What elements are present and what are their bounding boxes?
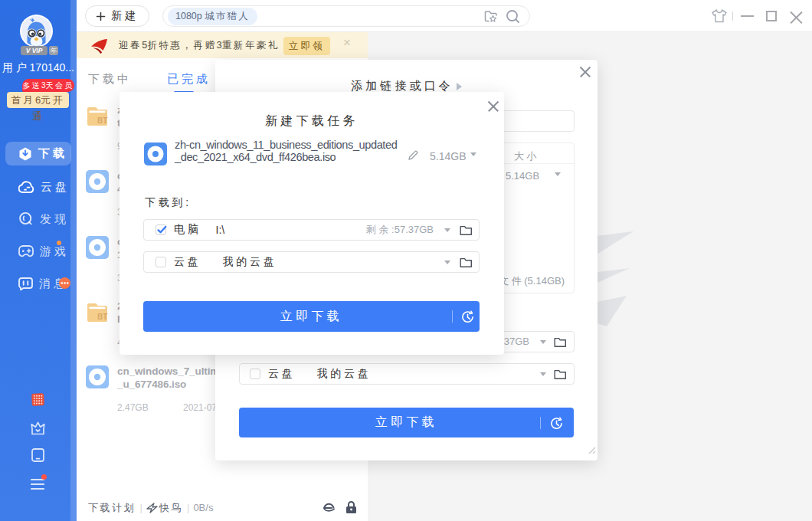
svg-text:BT: BT [97,313,107,321]
svg-text:BT: BT [97,116,107,125]
